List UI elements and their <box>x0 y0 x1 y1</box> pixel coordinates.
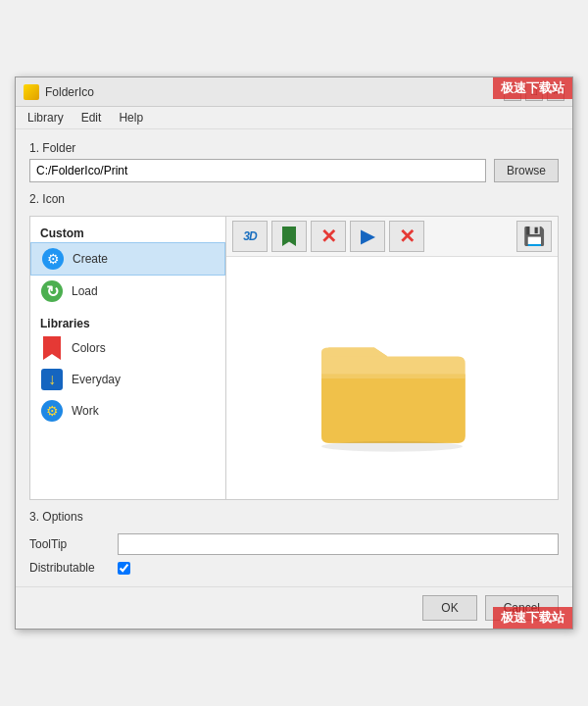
menu-bar: Library Edit Help <box>16 107 572 129</box>
title-bar-controls: − □ × <box>504 83 564 101</box>
toolbar-save-button[interactable]: 💾 <box>516 221 552 252</box>
browse-button[interactable]: Browse <box>494 159 559 182</box>
title-bar: FolderIco − □ × <box>16 77 572 107</box>
distributable-checkbox[interactable] <box>118 562 130 575</box>
options-section-label: 3. Options <box>29 510 559 524</box>
left-panel-item-everyday[interactable]: Everyday <box>30 364 225 395</box>
options-section: 3. Options ToolTip Distributable <box>29 510 559 575</box>
icon-preview-area <box>226 257 558 499</box>
bottom-bar: OK Cancel <box>16 586 572 629</box>
minimize-button[interactable]: − <box>504 83 521 101</box>
close-button[interactable]: × <box>547 83 564 101</box>
cancel-button[interactable]: Cancel <box>485 595 559 621</box>
menu-help[interactable]: Help <box>111 109 151 126</box>
tooltip-input[interactable] <box>118 533 559 555</box>
app-icon <box>24 84 39 100</box>
everyday-icon-wrap <box>40 368 64 391</box>
window-title: FolderIco <box>45 85 94 99</box>
load-label: Load <box>72 284 98 298</box>
tooltip-row: ToolTip <box>29 533 559 555</box>
custom-group-label: Custom <box>30 223 225 242</box>
floppy-icon: 💾 <box>523 226 545 247</box>
toolbar-play-button[interactable]: ▶ <box>350 221 385 252</box>
create-icon <box>41 247 65 271</box>
left-panel-item-colors[interactable]: Colors <box>30 332 225 364</box>
icon-left-panel: Custom Create Load Libraries <box>30 217 226 499</box>
toolbar-delete2-button[interactable]: ✕ <box>389 221 424 252</box>
icon-section-label: 2. Icon <box>29 192 559 206</box>
create-label: Create <box>73 252 108 266</box>
icon-toolbar: 3D ✕ ▶ ✕ <box>226 217 558 257</box>
load-icon-wrap <box>40 279 64 303</box>
menu-library[interactable]: Library <box>20 109 72 126</box>
menu-edit[interactable]: Edit <box>74 109 110 126</box>
left-panel-item-load[interactable]: Load <box>30 276 225 307</box>
colors-icon-wrap <box>40 336 64 360</box>
x-red-icon: ✕ <box>320 227 337 246</box>
toolbar-delete-button[interactable]: ✕ <box>311 221 346 252</box>
bookmark-green-icon <box>282 227 296 246</box>
folder-preview-svg <box>304 300 480 457</box>
svg-point-0 <box>321 440 463 451</box>
left-panel-item-work[interactable]: Work <box>30 395 225 427</box>
toolbar-3d-button[interactable]: 3D <box>232 221 268 252</box>
gear-icon <box>42 248 64 270</box>
distributable-label: Distributable <box>29 561 108 575</box>
play-icon: ▶ <box>361 226 374 247</box>
folder-section: 1. Folder Browse <box>29 141 559 182</box>
toolbar-bookmark-button[interactable] <box>271 221 307 252</box>
load-icon <box>41 280 63 302</box>
distributable-row: Distributable <box>29 561 559 575</box>
icon-section: 2. Icon Custom Create Load <box>29 192 559 500</box>
maximize-button[interactable]: □ <box>525 83 543 101</box>
left-panel-item-create[interactable]: Create <box>30 242 225 276</box>
work-icon-wrap <box>40 399 64 423</box>
colors-icon <box>43 336 61 360</box>
icon-panel: Custom Create Load Libraries <box>29 216 559 500</box>
folder-path-input[interactable] <box>29 159 486 182</box>
everyday-icon <box>41 369 63 390</box>
ok-button[interactable]: OK <box>422 595 476 621</box>
3d-icon: 3D <box>243 229 256 243</box>
colors-label: Colors <box>72 341 106 355</box>
icon-right-panel: 3D ✕ ▶ ✕ <box>226 217 558 499</box>
x-red2-icon: ✕ <box>399 227 416 246</box>
libraries-group-label: Libraries <box>30 313 225 332</box>
tooltip-label: ToolTip <box>29 537 108 551</box>
work-label: Work <box>72 404 99 418</box>
work-icon <box>41 400 63 422</box>
folder-section-label: 1. Folder <box>29 141 559 155</box>
everyday-label: Everyday <box>72 373 121 386</box>
